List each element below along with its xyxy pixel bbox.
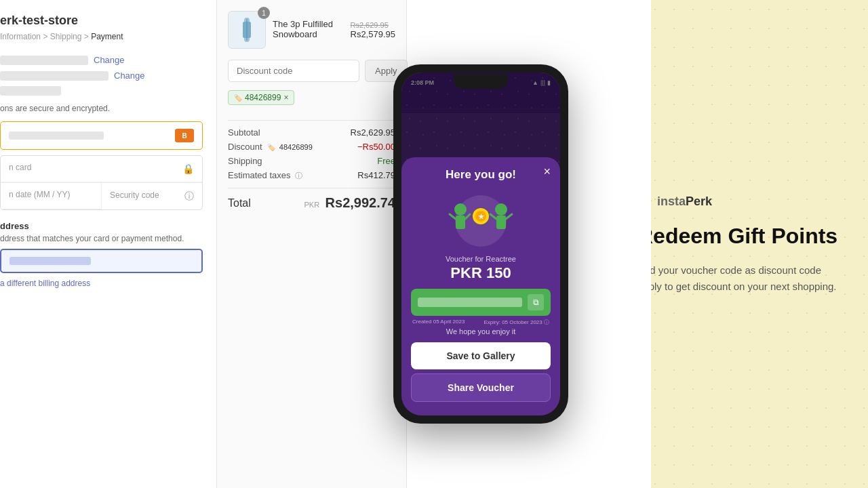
shipping-row: Shipping Free [228,156,395,166]
card-number-row: n card 🔒 [1,156,202,182]
discount-input[interactable] [228,60,359,82]
order-panel: 1 The 3p Fulfilled Snowboard Rs2,629.95 … [217,0,407,488]
phone-section: 2:08 PM ▲ ||| ▮ × Here you go! [393,64,568,424]
product-name: The 3p Fulfilled Snowboard [273,19,344,39]
tag-remove-icon[interactable]: × [283,93,288,102]
phone-notch [454,74,508,89]
total-label: Total [228,197,251,209]
share-voucher-button[interactable]: Share Voucher [411,373,551,402]
total-amount-group: PKR Rs2,992.74 [304,195,396,211]
modal-sheet: × Here you go! [401,157,560,415]
change-link-2[interactable]: Change [114,70,145,81]
subtotal-value: Rs2,629.95 [351,127,396,138]
product-row: 1 The 3p Fulfilled Snowboard Rs2,629.95 … [228,11,395,49]
breadcrumb-sep2: > [84,32,89,41]
lock-icon: 🔒 [182,163,194,174]
shipping-label: Shipping [228,156,262,166]
shipping-row: Change [0,70,203,81]
celebration-svg: ★ [427,190,535,248]
discount-code-inline: 48426899 [279,143,313,151]
checkout-panel: erk-test-store Information > Shipping > … [0,0,217,488]
change-link-1[interactable]: Change [94,55,125,65]
product-qty-badge: 1 [258,7,270,19]
voucher-code-bar [418,298,522,307]
method-field-bar [0,86,61,96]
breadcrumb: Information > Shipping > Payment [0,32,203,41]
voucher-dates: Created 05 April 2023 Expiry: 05 October… [411,319,551,326]
phone-outer: 2:08 PM ▲ ||| ▮ × Here you go! [393,64,568,424]
address-bar [9,257,91,265]
breadcrumb-shipping: Shipping [50,32,82,41]
discount-label: Discount 🏷️ 48426899 [228,142,313,152]
security-label: Security code [110,190,159,200]
phone-screen: 2:08 PM ▲ ||| ▮ × Here you go! [401,73,560,415]
product-price-old: Rs2,629.95 [351,21,396,29]
svg-text:★: ★ [478,213,485,220]
discount-code-text: 48426899 [245,93,281,102]
discount-row: Discount 🏷️ 48426899 −Rs50.00 [228,142,395,152]
shipping-value: Free [377,156,395,166]
modal-close-button[interactable]: × [543,165,551,178]
security-row: Security code ⓘ [102,183,202,209]
expiry-row: n date (MM / YY) [1,183,102,209]
store-name: erk-test-store [0,14,203,28]
save-gallery-button[interactable]: Save to Gallery [411,342,551,369]
tag-icon: 🏷️ [234,94,242,102]
discount-tag: 🏷️ 48426899 × [228,90,294,105]
copy-icon[interactable]: ⧉ [528,294,544,310]
taxes-info-icon: ⓘ [295,171,302,180]
created-date: Created 05 April 2023 [412,319,465,326]
discount-input-row: Apply [228,60,395,82]
total-currency: PKR [304,201,320,209]
address-input[interactable] [0,249,203,273]
voucher-code-box: ⧉ [411,289,551,316]
taxes-value: Rs412.79 [357,170,395,181]
taxes-label: Estimated taxes ⓘ [228,170,302,181]
taxes-row: Estimated taxes ⓘ Rs412.79 [228,170,395,181]
discount-value: −Rs50.00 [357,142,395,152]
address-title: ddress [0,221,203,231]
breadcrumb-sep1: > [43,32,47,41]
voucher-amount: PKR 150 [411,264,551,282]
address-section: ddress ddress that matches your card or … [0,221,203,288]
svg-point-4 [454,203,467,216]
payment-input[interactable]: B [0,121,203,150]
breadcrumb-info: Information [0,32,41,41]
card-number-label: n card [9,163,31,172]
subtotal-row: Subtotal Rs2,629.95 [228,127,395,138]
svg-rect-9 [496,216,506,229]
info-circle-icon: ⓘ [184,190,194,203]
expiry-info-icon: ⓘ [544,319,549,325]
enjoy-text: We hope you enjoy it [411,327,551,336]
product-image-wrap: 1 [228,11,266,49]
expiry-date: Expiry: 05 October 2023 ⓘ [484,319,549,326]
total-row: Total PKR Rs2,992.74 [228,195,395,211]
snowboard-icon [236,16,258,43]
card-fields: n card 🔒 n date (MM / YY) Security code … [0,155,203,210]
product-price-new: Rs2,579.95 [351,29,396,39]
diff-billing-link[interactable]: a different billing address [0,279,203,288]
total-amount: Rs2,992.74 [326,195,395,210]
contact-field-bar [0,56,88,65]
svg-rect-5 [456,216,465,229]
discount-tag-inline: 🏷️ [267,144,275,151]
modal-title: Here you go! [411,168,551,182]
expiry-label: n date (MM / YY) [9,190,70,199]
product-prices: Rs2,629.95 Rs2,579.95 [351,21,396,39]
breadcrumb-payment: Payment [91,32,123,41]
payment-icon: B [175,129,194,142]
card-bottom-row: n date (MM / YY) Security code ⓘ [1,182,202,209]
address-desc: ddress that matches your card or payment… [0,234,203,243]
svg-line-6 [450,214,456,219]
divider-2 [228,188,395,188]
celebration-illustration: ★ [411,188,551,249]
modal-overlay: × Here you go! [401,73,560,415]
divider-1 [228,120,395,121]
method-row [0,86,203,96]
voucher-for: Voucher for Reactree [411,255,551,263]
svg-line-11 [506,214,512,219]
product-info: The 3p Fulfilled Snowboard [273,19,344,41]
shipping-field-bar [0,71,108,81]
svg-point-8 [495,203,507,216]
secure-text: ons are secure and encrypted. [0,104,203,113]
